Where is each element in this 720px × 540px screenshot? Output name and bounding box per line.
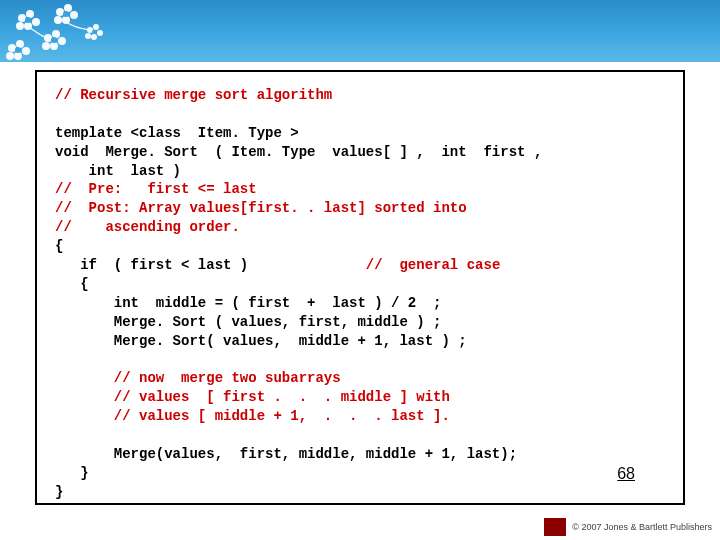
- code-line: // Pre: first <= last: [55, 181, 257, 197]
- code-line: // ascending order.: [55, 219, 240, 235]
- code-line: // Post: Array values[first. . last] sor…: [55, 200, 467, 216]
- svg-point-21: [14, 52, 22, 60]
- code-line: // Recursive merge sort algorithm: [55, 87, 332, 103]
- svg-point-29: [92, 30, 96, 34]
- code-line: Merge. Sort ( values, first, middle ) ;: [55, 314, 441, 330]
- header-bar: [0, 0, 720, 62]
- svg-point-10: [54, 16, 62, 24]
- footer: © 2007 Jones & Bartlett Publishers: [544, 518, 712, 536]
- code-line: int middle = ( first + last ) / 2 ;: [55, 295, 441, 311]
- code-line: {: [55, 276, 89, 292]
- svg-point-7: [64, 4, 72, 12]
- code-line: template <class Item. Type >: [55, 125, 299, 141]
- code-line: {: [55, 238, 63, 254]
- flower-decoration: [0, 0, 120, 70]
- svg-point-22: [6, 52, 14, 60]
- svg-point-23: [15, 47, 21, 53]
- code-line: // values [ first . . . middle ] with: [55, 389, 450, 405]
- svg-point-20: [22, 47, 30, 55]
- code-line: Merge(values, first, middle, middle + 1,…: [55, 446, 517, 462]
- code-line: // values [ middle + 1, . . . last ].: [55, 408, 450, 424]
- svg-point-18: [8, 44, 16, 52]
- publisher-logo-icon: [544, 518, 566, 536]
- svg-point-8: [70, 11, 78, 19]
- svg-point-0: [18, 14, 26, 22]
- code-line: // now merge two subarrays: [55, 370, 341, 386]
- svg-point-14: [58, 37, 66, 45]
- svg-point-26: [97, 30, 103, 36]
- svg-point-19: [16, 40, 24, 48]
- code-content-box: // Recursive merge sort algorithm templa…: [35, 70, 685, 505]
- code-line: Merge. Sort( values, middle + 1, last ) …: [55, 333, 467, 349]
- code-line: int last ): [55, 163, 181, 179]
- code-line: if ( first < last ): [55, 257, 366, 273]
- code-line: }: [55, 484, 63, 500]
- svg-point-5: [25, 17, 31, 23]
- code-block: // Recursive merge sort algorithm templa…: [55, 86, 665, 502]
- svg-point-2: [32, 18, 40, 26]
- code-line: }: [55, 465, 89, 481]
- copyright-text: © 2007 Jones & Bartlett Publishers: [572, 522, 712, 532]
- svg-point-15: [50, 42, 58, 50]
- svg-point-4: [16, 22, 24, 30]
- svg-point-6: [56, 8, 64, 16]
- code-line: void Merge. Sort ( Item. Type values[ ] …: [55, 144, 542, 160]
- svg-point-28: [85, 33, 91, 39]
- svg-point-11: [63, 11, 69, 17]
- page-number: 68: [617, 465, 635, 483]
- svg-point-1: [26, 10, 34, 18]
- svg-point-25: [93, 24, 99, 30]
- svg-point-27: [91, 34, 97, 40]
- code-comment: // general case: [366, 257, 500, 273]
- svg-point-17: [51, 37, 57, 43]
- svg-point-13: [52, 30, 60, 38]
- svg-point-16: [42, 42, 50, 50]
